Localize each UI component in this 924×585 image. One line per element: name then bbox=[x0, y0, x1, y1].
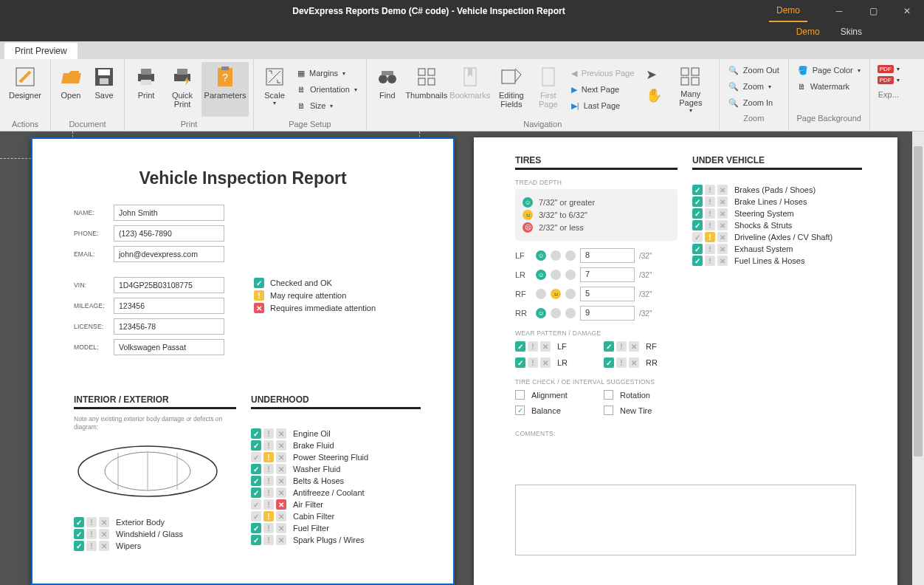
svg-rect-21 bbox=[502, 70, 515, 83]
intext-item[interactable]: ✓!✕Windshield / Glass bbox=[74, 529, 236, 539]
parameters-button[interactable]: ?Parameters bbox=[201, 62, 249, 117]
next-page-button[interactable]: ▶Next Page bbox=[567, 81, 641, 98]
margins-button[interactable]: ▦Margins ▾ bbox=[293, 65, 362, 81]
export-mail-button[interactable]: PDF▾ bbox=[878, 76, 900, 84]
email-field[interactable]: john@devexpress.com bbox=[114, 246, 224, 262]
watermark-icon: 🗎 bbox=[798, 82, 806, 91]
binoculars-icon bbox=[376, 65, 399, 89]
svg-rect-16 bbox=[418, 69, 425, 75]
open-button[interactable]: Open bbox=[55, 62, 86, 117]
printer-bolt-icon bbox=[170, 65, 194, 89]
designer-button[interactable]: Designer bbox=[4, 62, 46, 117]
ribbon-group-document: Open Save Document bbox=[51, 59, 125, 131]
undv-item[interactable]: ✓!✕Exhaust System bbox=[692, 244, 862, 254]
tab-print-preview[interactable]: Print Preview bbox=[4, 43, 77, 59]
ribbon-group-page-background: 🪣Page Color ▾ 🗎Watermark x Page Backgrou… bbox=[789, 59, 870, 131]
close-button[interactable]: ✕ bbox=[890, 0, 924, 22]
many-pages-button[interactable]: Many Pages▾ bbox=[667, 62, 714, 117]
svg-point-14 bbox=[387, 75, 396, 83]
find-button[interactable]: Find bbox=[371, 62, 404, 117]
svg-rect-17 bbox=[428, 69, 435, 75]
tire-depth-input[interactable]: 7 bbox=[580, 267, 635, 282]
license-field[interactable]: 123456-78 bbox=[114, 318, 224, 335]
folder-open-icon bbox=[59, 65, 83, 89]
underhood-item[interactable]: ✓!✕Power Steering Fluid bbox=[251, 452, 421, 462]
editing-fields-button[interactable]: Editing Fields bbox=[493, 62, 530, 117]
face-ok-icon: ☺ bbox=[523, 197, 533, 208]
editing-fields-icon bbox=[500, 65, 523, 89]
tire-check-item[interactable]: Rotation bbox=[604, 390, 678, 400]
thumbnails-button[interactable]: Thumbnails bbox=[406, 62, 447, 117]
comments-field[interactable] bbox=[515, 485, 856, 555]
model-field[interactable]: Volkswagen Passat bbox=[114, 339, 224, 355]
tire-check-item[interactable]: ✓Balance bbox=[515, 406, 589, 415]
maximize-button[interactable]: ▢ bbox=[856, 0, 890, 22]
watermark-button[interactable]: 🗎Watermark bbox=[793, 78, 865, 95]
wear-item[interactable]: ✓!✕LR bbox=[515, 358, 589, 368]
header-tab-skins[interactable]: Skins bbox=[830, 22, 872, 41]
svg-rect-10 bbox=[221, 66, 229, 70]
car-diagram bbox=[74, 438, 236, 507]
zoom-out-button[interactable]: 🔍Zoom Out bbox=[724, 62, 784, 78]
tire-depth-input[interactable]: 8 bbox=[580, 248, 635, 263]
zoom-out-icon: 🔍 bbox=[728, 66, 739, 75]
tire-row-RF: RF😐5/32" bbox=[515, 287, 678, 301]
tire-check-item[interactable]: New Tire bbox=[604, 406, 678, 415]
tire-depth-input[interactable]: 9 bbox=[580, 306, 635, 321]
underhood-item[interactable]: ✓!✕Brake Fluid bbox=[251, 440, 421, 451]
phone-field[interactable]: (123) 456-7890 bbox=[114, 225, 224, 242]
thumbnails-icon bbox=[415, 65, 438, 89]
tire-check-item[interactable]: Alignment bbox=[515, 390, 589, 400]
pointer-tool[interactable]: ➤ bbox=[646, 66, 662, 83]
underhood-item[interactable]: ✓!✕Belts & Hoses bbox=[251, 476, 421, 486]
save-button[interactable]: Save bbox=[89, 62, 120, 117]
underhood-item[interactable]: ✓!✕Antifreeze / Coolant bbox=[251, 488, 421, 498]
intext-item[interactable]: ✓!✕Wipers bbox=[74, 541, 236, 551]
undv-item[interactable]: ✓!✕Driveline (Axles / CV Shaft) bbox=[692, 232, 862, 242]
svg-rect-24 bbox=[692, 68, 699, 75]
hand-tool[interactable]: ✋ bbox=[646, 87, 662, 103]
underhood-item[interactable]: ✓!✕Washer Fluid bbox=[251, 464, 421, 474]
underhood-item[interactable]: ✓!✕Fuel Filter bbox=[251, 523, 421, 533]
mileage-field[interactable]: 123456 bbox=[114, 298, 224, 314]
wear-item[interactable]: ✓!✕RF bbox=[604, 341, 678, 352]
intext-item[interactable]: ✓!✕Exterior Body bbox=[74, 517, 236, 527]
vin-field[interactable]: 1D4GP25B03108775 bbox=[114, 277, 224, 293]
underhood-item[interactable]: ✓!✕Spark Plugs / Wires bbox=[251, 535, 421, 545]
last-page-button[interactable]: ▶|Last Page bbox=[567, 98, 641, 114]
section-underhood: UNDERHOOD bbox=[251, 394, 421, 409]
undv-item[interactable]: ✓!✕Steering System bbox=[692, 208, 862, 219]
arrow-right-icon: ▶ bbox=[571, 85, 577, 95]
ribbon-group-zoom: 🔍Zoom Out 🔍Zoom ▾ 🔍Zoom In Zoom bbox=[720, 59, 789, 131]
page-color-button[interactable]: 🪣Page Color ▾ bbox=[793, 62, 865, 78]
quick-print-button[interactable]: Quick Print bbox=[165, 62, 199, 117]
orientation-button[interactable]: 🗎Orientation ▾ bbox=[293, 81, 362, 98]
wear-item[interactable]: ✓!✕RR bbox=[604, 358, 678, 368]
export-pdf-button[interactable]: PDF▾ bbox=[878, 65, 900, 73]
zoom-in-button[interactable]: 🔍Zoom In bbox=[724, 95, 784, 111]
titlebar-demo-tab[interactable]: Demo bbox=[769, 0, 807, 22]
undv-item[interactable]: ✓!✕Shocks & Struts bbox=[692, 220, 862, 230]
svg-rect-18 bbox=[418, 78, 425, 85]
preview-canvas[interactable]: Vehicle Inspection Report NAME:John Smit… bbox=[0, 131, 924, 585]
ribbon-group-export: PDF▾ PDF▾ Exp... bbox=[870, 59, 907, 131]
margins-icon: ▦ bbox=[297, 69, 305, 78]
undv-item[interactable]: ✓!✕Brakes (Pads / Shoes) bbox=[692, 185, 862, 195]
section-interior-exterior: INTERIOR / EXTERIOR bbox=[74, 394, 236, 409]
underhood-item[interactable]: ✓!✕Cabin Filter bbox=[251, 511, 421, 521]
wear-item[interactable]: ✓!✕LF bbox=[515, 341, 589, 352]
scale-button[interactable]: Scale▾ bbox=[258, 62, 291, 117]
size-button[interactable]: 🗎Size ▾ bbox=[293, 98, 362, 114]
zoom-icon: 🔍 bbox=[728, 82, 739, 92]
zoom-button[interactable]: 🔍Zoom ▾ bbox=[724, 78, 784, 95]
underhood-item[interactable]: ✓!✕Engine Oil bbox=[251, 428, 421, 439]
header-tab-demo[interactable]: Demo bbox=[786, 22, 830, 41]
underhood-item[interactable]: ✓!✕Air Filter bbox=[251, 499, 421, 510]
print-button[interactable]: Print bbox=[129, 62, 163, 117]
vertical-scrollbar[interactable] bbox=[912, 131, 924, 585]
minimize-button[interactable]: ─ bbox=[822, 0, 856, 22]
undv-item[interactable]: ✓!✕Brake Lines / Hoses bbox=[692, 196, 862, 207]
name-field[interactable]: John Smith bbox=[114, 205, 224, 221]
tire-depth-input[interactable]: 5 bbox=[580, 287, 635, 301]
undv-item[interactable]: ✓!✕Fuel Lines & Hoses bbox=[692, 256, 862, 266]
